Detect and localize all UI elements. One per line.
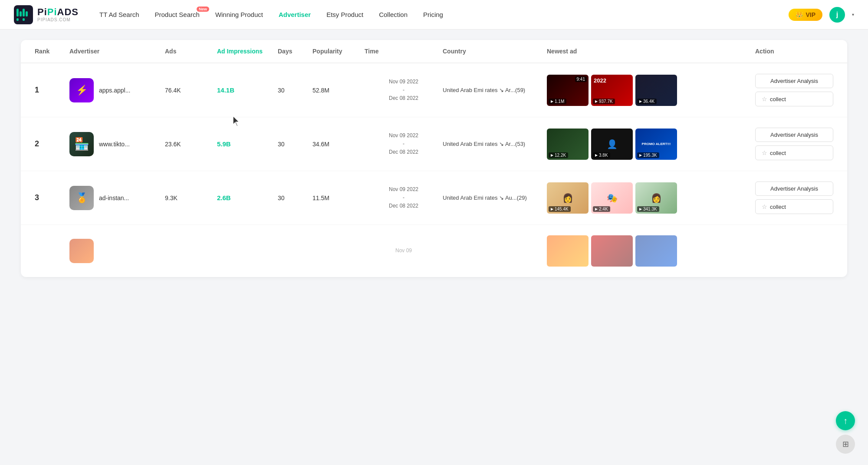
- table-header: Rank Advertiser Ads Ad Impressions Days …: [21, 40, 847, 63]
- ad-duration-1-1: 9:41: [575, 76, 587, 82]
- table-row: 1 ⚡ apps.appl... 76.4K 14.1B 30 52.8M No…: [21, 63, 847, 117]
- col-popularity: Popularity: [312, 48, 365, 55]
- advertiser-cell-4: [69, 239, 165, 263]
- nav-right: 👑 VIP j ▾: [789, 7, 854, 23]
- days-3: 30: [278, 195, 312, 201]
- nav-product-search[interactable]: Product Search New: [155, 11, 199, 18]
- ad-thumb-3-2[interactable]: 🎭 ▶ 2.4K: [591, 182, 633, 214]
- ad-thumb-2-3[interactable]: PROMO ALERT!!! ▶ 195.3K: [635, 129, 677, 160]
- nav-tt-ad-search[interactable]: TT Ad Search: [99, 11, 139, 18]
- logo-text: PiPiADS PIPIADS.COM: [37, 7, 79, 22]
- ad-thumb-2-2[interactable]: 👤 ▶ 3.8K: [591, 129, 633, 160]
- country-2: United Arab Emi rates ↘ Ar...(53): [443, 141, 547, 147]
- vip-button[interactable]: 👑 VIP: [789, 9, 822, 21]
- svg-rect-1: [16, 9, 19, 16]
- nav-winning-product[interactable]: Winning Product: [215, 11, 263, 18]
- advertiser-analysis-btn-3[interactable]: Advertiser Analysis: [755, 181, 833, 196]
- action-2: Advertiser Analysis ☆ collect: [755, 128, 833, 160]
- newest-ads-4: [547, 235, 755, 267]
- ad-thumb-3-3[interactable]: 👩 ▶ 341.3K: [635, 182, 677, 214]
- advertiser-name-3: ad-instan...: [99, 195, 129, 201]
- nav-links: TT Ad Search Product Search New Winning …: [99, 11, 789, 18]
- ad-thumb-2-1[interactable]: ▶ 12.2K: [547, 129, 589, 160]
- nav-bar: PiPiADS PIPIADS.COM TT Ad Search Product…: [0, 0, 868, 30]
- col-newest-ad: Newest ad: [547, 48, 755, 55]
- advertiser-thumb-4[interactable]: [69, 239, 94, 263]
- rank-3: 3: [35, 193, 69, 202]
- ad-thumb-4-3[interactable]: [635, 235, 677, 267]
- rank-1: 1: [35, 86, 69, 95]
- main-content: Rank Advertiser Ads Ad Impressions Days …: [0, 30, 868, 287]
- svg-rect-5: [23, 18, 25, 21]
- ad-views-1-1: ▶ 1.1M: [549, 99, 566, 104]
- svg-rect-6: [26, 11, 28, 16]
- ad-thumb-4-2[interactable]: [591, 235, 633, 267]
- newest-ads-2: ▶ 12.2K 👤 ▶ 3.8K PROMO ALERT!!! ▶ 195.3K: [547, 129, 755, 160]
- col-advertiser: Advertiser: [69, 48, 165, 55]
- impressions-1: 14.1B: [217, 86, 278, 94]
- star-icon-3: ☆: [762, 203, 767, 210]
- impressions-2: 5.9B: [217, 140, 278, 148]
- ad-thumb-1-2[interactable]: 2022 ▶ 937.7K: [591, 75, 633, 106]
- ad-views-2-3: ▶ 195.3K: [637, 152, 659, 158]
- col-rank: Rank: [35, 48, 69, 55]
- vip-label: VIP: [806, 11, 815, 18]
- logo-name-bottom: PIPIADS.COM: [37, 17, 79, 22]
- nav-etsy-product[interactable]: Etsy Product: [326, 11, 363, 18]
- nav-collection[interactable]: Collection: [379, 11, 408, 18]
- advertiser-thumb-2[interactable]: 🏪: [69, 132, 94, 156]
- ad-views-1-3: ▶ 36.4K: [637, 99, 657, 104]
- advertiser-cell-1: ⚡ apps.appl...: [69, 78, 165, 102]
- ads-2: 23.6K: [165, 141, 217, 148]
- col-time: Time: [365, 48, 443, 55]
- nav-pricing[interactable]: Pricing: [423, 11, 443, 18]
- ads-3: 9.3K: [165, 195, 217, 201]
- advertiser-cell-3: 🏅 ad-instan...: [69, 186, 165, 210]
- table-row: 3 🏅 ad-instan... 9.3K 2.6B 30 11.5M Nov …: [21, 171, 847, 225]
- ad-thumb-1-3[interactable]: ▶ 36.4K: [635, 75, 677, 106]
- advertiser-analysis-btn-1[interactable]: Advertiser Analysis: [755, 74, 833, 88]
- ad-views-2-1: ▶ 12.2K: [549, 152, 568, 158]
- new-badge: New: [197, 7, 209, 12]
- avatar[interactable]: j: [829, 7, 845, 23]
- star-icon-1: ☆: [762, 96, 767, 102]
- advertiser-thumb-3[interactable]: 🏅: [69, 186, 94, 210]
- action-3: Advertiser Analysis ☆ collect: [755, 181, 833, 214]
- country-3: United Arab Emi rates ↘ Au...(29): [443, 195, 547, 201]
- collect-btn-2[interactable]: ☆ collect: [755, 145, 833, 160]
- svg-rect-4: [23, 9, 25, 16]
- col-days: Days: [278, 48, 312, 55]
- col-impressions[interactable]: Ad Impressions: [217, 48, 278, 55]
- days-2: 30: [278, 141, 312, 148]
- ads-1: 76.4K: [165, 87, 217, 94]
- time-2: Nov 09 2022 - Dec 08 2022: [365, 132, 443, 157]
- advertiser-name-1: apps.appl...: [99, 87, 130, 94]
- ad-thumb-1-1[interactable]: 9:41 ▶ 1.1M: [547, 75, 589, 106]
- ad-thumb-3-1[interactable]: 👩 ▶ 145.4K: [547, 182, 589, 214]
- avatar-dropdown-icon[interactable]: ▾: [852, 12, 854, 17]
- col-country: Country: [443, 48, 547, 55]
- ad-views-1-2: ▶ 937.7K: [593, 99, 615, 104]
- col-action: Action: [755, 48, 833, 55]
- table-row: Nov 09: [21, 225, 847, 277]
- ad-thumb-4-1[interactable]: [547, 235, 589, 267]
- advertiser-table: Rank Advertiser Ads Ad Impressions Days …: [21, 40, 847, 277]
- ad-views-3-3: ▶ 341.3K: [637, 206, 659, 212]
- advertiser-thumb-1[interactable]: ⚡: [69, 78, 94, 102]
- time-3: Nov 09 2022 - Dec 08 2022: [365, 185, 443, 211]
- rank-2: 2: [35, 139, 69, 148]
- collect-btn-1[interactable]: ☆ collect: [755, 92, 833, 106]
- logo[interactable]: PiPiADS PIPIADS.COM: [14, 5, 79, 24]
- advertiser-analysis-btn-2[interactable]: Advertiser Analysis: [755, 128, 833, 142]
- popularity-1: 52.8M: [312, 87, 365, 94]
- time-4: Nov 09: [365, 247, 443, 255]
- collect-btn-3[interactable]: ☆ collect: [755, 199, 833, 214]
- country-1: United Arab Emi rates ↘ Ar...(59): [443, 87, 547, 93]
- ad-views-3-2: ▶ 2.4K: [593, 206, 610, 212]
- nav-advertiser[interactable]: Advertiser: [279, 11, 311, 18]
- crown-icon: 👑: [796, 11, 803, 18]
- ad-views-3-1: ▶ 145.4K: [549, 206, 571, 212]
- ad-views-2-2: ▶ 3.8K: [593, 152, 610, 158]
- newest-ads-3: 👩 ▶ 145.4K 🎭 ▶ 2.4K 👩 ▶ 341.3K: [547, 182, 755, 214]
- star-icon-2: ☆: [762, 149, 767, 156]
